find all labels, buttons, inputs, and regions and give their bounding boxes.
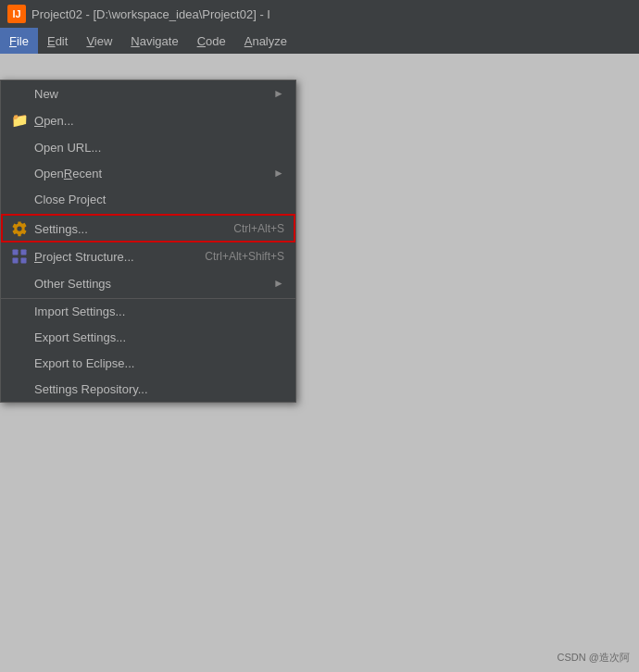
menu-bar: File Edit View Navigate Code Analyze bbox=[0, 28, 639, 54]
menu-item-settings[interactable]: Settings... Ctrl+Alt+S bbox=[1, 214, 295, 243]
menu-item-export-eclipse-label: Export to Eclipse... bbox=[34, 356, 284, 370]
menu-item-open-url-label: Open URL... bbox=[34, 141, 284, 155]
menu-item-export-settings[interactable]: Export Settings... bbox=[1, 324, 295, 350]
menu-analyze-label: Analyze bbox=[244, 34, 287, 48]
menu-item-other-settings-label: Other Settings bbox=[34, 277, 273, 291]
menu-edit[interactable]: Edit bbox=[38, 28, 77, 54]
menu-item-export-settings-label: Export Settings... bbox=[34, 330, 284, 344]
menu-item-close-project-label: Close Project bbox=[34, 193, 284, 206]
menu-item-open-recent[interactable]: Open Recent ► bbox=[1, 160, 295, 186]
menu-item-export-eclipse[interactable]: Export to Eclipse... bbox=[1, 350, 295, 376]
menu-navigate[interactable]: Navigate bbox=[121, 28, 187, 54]
gear-icon bbox=[10, 219, 29, 238]
menu-file-label: File bbox=[9, 34, 29, 48]
menu-item-open-recent-label: Open Recent bbox=[34, 167, 273, 180]
menu-item-open-url[interactable]: Open URL... bbox=[1, 134, 295, 160]
open-recent-arrow-icon: ► bbox=[273, 167, 284, 180]
menu-item-new[interactable]: New ► bbox=[1, 81, 295, 106]
menu-item-import-settings-label: Import Settings... bbox=[34, 305, 284, 318]
svg-rect-0 bbox=[13, 250, 19, 255]
settings-shortcut: Ctrl+Alt+S bbox=[215, 222, 284, 235]
menu-item-new-label: New bbox=[34, 87, 273, 101]
watermark: CSDN @造次阿 bbox=[558, 651, 630, 665]
menu-item-project-structure-label: Project Structure... bbox=[34, 250, 186, 264]
menu-item-close-project[interactable]: Close Project bbox=[1, 186, 295, 212]
menu-item-project-structure[interactable]: Project Structure... Ctrl+Alt+Shift+S bbox=[1, 243, 295, 270]
app-logo: IJ bbox=[7, 5, 26, 23]
title-bar: IJ Project02 - [D:\workspace_idea\Projec… bbox=[0, 0, 639, 28]
menu-item-open[interactable]: 📁 Open... bbox=[1, 106, 295, 134]
folder-icon: 📁 bbox=[10, 111, 29, 130]
project-structure-shortcut: Ctrl+Alt+Shift+S bbox=[186, 250, 284, 263]
menu-item-other-settings[interactable]: Other Settings ► bbox=[1, 270, 295, 296]
menu-item-settings-repository[interactable]: Settings Repository... bbox=[1, 376, 295, 402]
title-bar-text: Project02 - [D:\workspace_idea\Project02… bbox=[31, 7, 270, 21]
file-menu: New ► 📁 Open... Open URL... Open Recent … bbox=[0, 80, 296, 403]
menu-file[interactable]: File bbox=[0, 28, 38, 54]
svg-rect-3 bbox=[21, 258, 27, 264]
menu-item-settings-repository-label: Settings Repository... bbox=[34, 382, 284, 396]
menu-code[interactable]: Code bbox=[188, 28, 235, 54]
menu-view[interactable]: View bbox=[77, 28, 121, 54]
menu-item-import-settings[interactable]: Import Settings... bbox=[1, 298, 295, 324]
menu-edit-label: Edit bbox=[47, 34, 68, 48]
project-structure-icon bbox=[10, 247, 29, 266]
menu-navigate-label: Navigate bbox=[131, 34, 178, 48]
svg-rect-2 bbox=[13, 258, 19, 264]
arrow-icon: ► bbox=[273, 87, 284, 100]
other-settings-arrow-icon: ► bbox=[273, 277, 284, 290]
menu-analyze[interactable]: Analyze bbox=[235, 28, 296, 54]
menu-view-label: View bbox=[86, 34, 112, 48]
menu-item-open-label: Open... bbox=[34, 114, 284, 128]
menu-code-label: Code bbox=[197, 34, 226, 48]
svg-rect-1 bbox=[21, 250, 27, 255]
menu-item-settings-label: Settings... bbox=[34, 222, 215, 236]
